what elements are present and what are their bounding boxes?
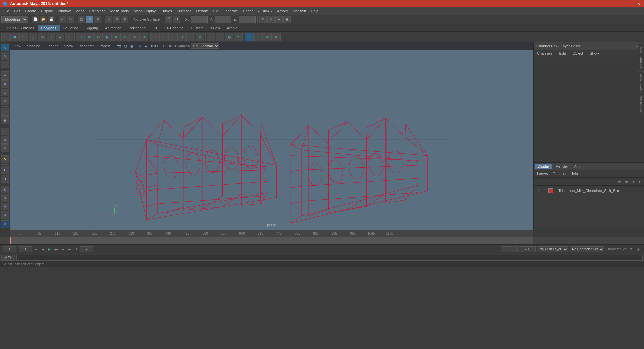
play-btn[interactable]: ▶ [46, 246, 52, 252]
display-tab[interactable]: Display [535, 164, 552, 169]
maximize-btn[interactable]: □ [629, 1, 635, 6]
layer-ctrl-4[interactable]: ▶ [637, 179, 643, 185]
options-sub-tab[interactable]: Options [551, 171, 568, 177]
mirror-btn[interactable]: ⊟ [150, 33, 159, 41]
extra-tool1-btn[interactable]: ◩ [1, 186, 9, 193]
vp-icon-texture[interactable]: ◈ [144, 44, 148, 48]
bridge-btn[interactable]: ⊞ [85, 33, 94, 41]
vp-menu-show[interactable]: Show [62, 43, 75, 49]
tab-rigging[interactable]: Rigging [82, 25, 101, 31]
measure-btn[interactable]: 📏 [1, 155, 9, 163]
ch-object-btn[interactable]: Object [570, 51, 585, 56]
timeline-scrubber[interactable] [0, 237, 644, 244]
end-frame-field[interactable] [80, 246, 93, 252]
vp-menu-panels[interactable]: Panels [97, 43, 113, 49]
poly-torus-btn[interactable]: ◎ [47, 33, 55, 41]
layers-sub-tab[interactable]: Layers [535, 171, 550, 177]
menu-mesh[interactable]: Mesh [73, 8, 87, 14]
vp-settings-btn[interactable]: ⚙ [259, 16, 267, 23]
fill-hole-btn[interactable]: ⊙ [121, 33, 130, 41]
window-controls[interactable]: ─ □ ✕ [623, 1, 641, 6]
xform-move-btn[interactable]: ↔ [105, 16, 112, 23]
menu-edit[interactable]: Edit [12, 8, 22, 14]
xform-rot-btn[interactable]: ↻ [113, 16, 120, 23]
menu-window[interactable]: Window [56, 8, 73, 14]
menu-3dto-all[interactable]: -3DtoAll- [256, 8, 275, 14]
reduce-btn[interactable]: ⬡ [186, 33, 195, 41]
tab-curves-surfaces[interactable]: Curves / Surfaces [1, 25, 37, 31]
uv-layout-btn[interactable]: ⊞ [216, 33, 224, 41]
vp-icon-grid[interactable]: ⊞ [138, 44, 142, 48]
uv-unfold-btn[interactable]: ⊡ [207, 33, 215, 41]
bevel-btn[interactable]: ⬕ [103, 33, 112, 41]
ch-channels-btn[interactable]: Channels [535, 51, 554, 56]
select-tool-btn[interactable]: ↖ [1, 44, 9, 51]
vp-menu-lighting[interactable]: Lighting [44, 43, 61, 49]
tab-rendering[interactable]: Rendering [125, 25, 149, 31]
lasso-sel-btn[interactable]: ⌒ [1, 61, 9, 68]
multi-cut-btn[interactable]: ✕ [130, 33, 139, 41]
y-field[interactable] [215, 16, 231, 23]
tab-animation[interactable]: Animation [102, 25, 125, 31]
poly-sphere-btn[interactable]: ⬡ [1, 33, 10, 41]
new-file-btn[interactable]: 📄 [32, 16, 39, 23]
subdiv-btn[interactable]: ⬡ [159, 33, 168, 41]
menu-cache[interactable]: Cache [241, 8, 256, 14]
sel-vert-btn[interactable]: • [245, 33, 254, 41]
menu-redshift[interactable]: Redshift [290, 8, 308, 14]
show-manip-btn[interactable]: ◉ [1, 116, 9, 124]
tab-polygons[interactable]: Polygons [38, 25, 59, 31]
poly-cone-btn[interactable]: △ [29, 33, 37, 41]
marquee-sel-btn[interactable]: ▭ [1, 128, 9, 135]
vp-icon-wire[interactable]: ⬡ [123, 44, 128, 48]
gamma-dropdown[interactable]: sRGB gamma [191, 43, 219, 49]
tab-fx-caching[interactable]: FX Caching [161, 25, 187, 31]
undo-btn[interactable]: ↩ [59, 16, 66, 23]
layer-vis2-btn[interactable]: ◨ [1, 175, 9, 183]
render-frame-btn[interactable]: 🎬 [165, 16, 172, 23]
vp-menu-renderer[interactable]: Renderer [76, 43, 96, 49]
vp-icon-cam[interactable]: 📷 [116, 44, 122, 48]
universal-manip-btn[interactable]: ⊕ [1, 97, 9, 105]
workspace-dropdown[interactable]: Modeling [1, 16, 28, 23]
close-btn[interactable]: ✕ [636, 1, 641, 6]
render-seq-btn[interactable]: 🎞 [173, 16, 180, 23]
ch-show-btn[interactable]: Show [588, 51, 601, 56]
connect-btn[interactable]: ⊕ [139, 33, 148, 41]
tab-xgen[interactable]: XGen [207, 25, 223, 31]
layer-vis-btn[interactable]: ◧ [1, 166, 9, 174]
smooth-btn[interactable]: ◌ [168, 33, 177, 41]
anim-layer-dropdown[interactable]: No Anim Layer [537, 246, 568, 252]
extrude-btn[interactable]: ⊡ [76, 33, 85, 41]
uv-proj-btn[interactable]: ⬕ [225, 33, 233, 41]
merge-btn[interactable]: ⊕ [112, 33, 121, 41]
extra-tool2-btn[interactable]: ◪ [1, 194, 9, 202]
minimize-btn[interactable]: ─ [623, 1, 628, 6]
tab-fx[interactable]: FX [149, 25, 161, 31]
extra-tool3-btn[interactable]: ⊞ [1, 203, 9, 210]
menu-file[interactable]: File [1, 8, 11, 14]
snap-grid-btn[interactable]: ⊞ [94, 16, 101, 23]
layer-vis-v[interactable]: V [536, 188, 541, 193]
next-key-btn[interactable]: ⏭ [66, 246, 72, 252]
range-end-field[interactable] [519, 246, 536, 252]
cam-orbit-btn[interactable]: ↺ [1, 136, 9, 144]
vp-icon-render[interactable]: ◉ [129, 44, 135, 48]
move-tool-btn[interactable]: ✛ [1, 71, 9, 79]
cam-zoom-btn[interactable]: ⊕ [1, 144, 9, 152]
sel-uv-btn[interactable]: ⊕ [272, 33, 281, 41]
layer-vis-p[interactable]: P [542, 188, 547, 193]
prev-frame-btn[interactable]: ◀ [40, 246, 46, 252]
z-field[interactable] [239, 16, 256, 23]
menu-mesh-display[interactable]: Mesh Display [131, 8, 158, 14]
ch-edit-btn[interactable]: Edit [557, 51, 568, 56]
select-mode-btn[interactable]: ◻ [78, 16, 85, 23]
open-file-btn[interactable]: 📂 [40, 16, 47, 23]
menu-generate[interactable]: Generate [221, 8, 240, 14]
tab-custom[interactable]: Custom [187, 25, 207, 31]
render-tab[interactable]: Render [553, 164, 571, 169]
sel-edge-btn[interactable]: — [254, 33, 263, 41]
channel-box-tab[interactable]: Channel Box / Layer Editor [638, 71, 644, 117]
layer-row[interactable]: V P ....Toblerone_Milk_Chocolate_Split_B… [535, 187, 643, 194]
layer-ctrl-2[interactable]: ⏭ [623, 179, 629, 185]
